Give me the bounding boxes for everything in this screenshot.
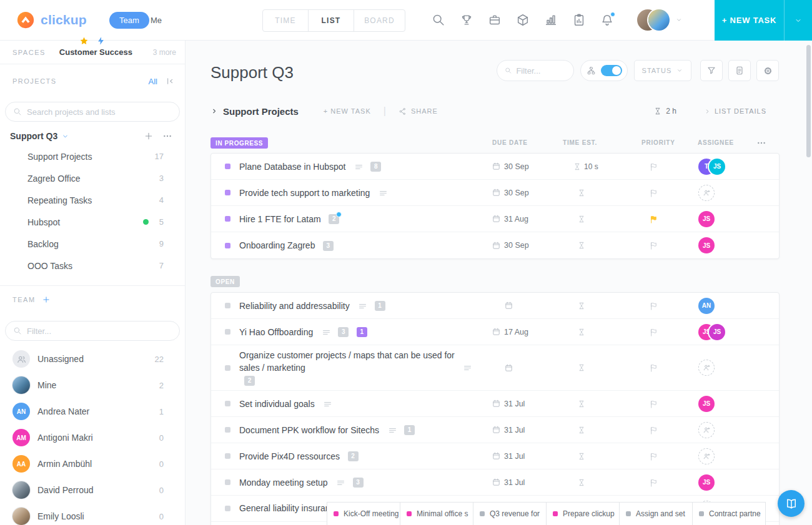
list-new-task-button[interactable]: + NEW TASK <box>324 107 371 115</box>
minimized-task-tab[interactable]: Prepare clickup <box>546 502 620 525</box>
group-by-toggle[interactable] <box>580 60 628 81</box>
task-name[interactable]: Set individual goals <box>239 399 315 409</box>
hourglass-icon[interactable] <box>577 400 586 408</box>
member-row-antigoni-makri[interactable]: AM Antigoni Makri 0 <box>0 424 185 451</box>
project-search-input[interactable] <box>27 107 172 117</box>
hourglass-icon[interactable] <box>577 189 586 197</box>
calendar-icon[interactable] <box>504 363 513 373</box>
task-status-square[interactable] <box>225 453 230 459</box>
priority-flag-icon[interactable] <box>649 452 658 461</box>
add-assignee-button[interactable] <box>698 422 715 438</box>
assignee-avatar[interactable]: AN <box>698 298 715 314</box>
priority-flag-icon[interactable] <box>649 189 658 198</box>
portfolio-briefcase-icon[interactable] <box>488 13 502 27</box>
due-date[interactable]: 31 Jul <box>504 426 525 434</box>
task-status-square[interactable] <box>225 365 230 371</box>
favorite-star-icon[interactable] <box>79 35 89 44</box>
due-date[interactable]: 31 Jul <box>504 452 525 461</box>
assignee-avatar[interactable]: JS <box>698 396 715 412</box>
tab-board[interactable]: BOARD <box>354 10 405 31</box>
due-date[interactable]: 30 Sep <box>504 241 529 250</box>
task-row[interactable]: Hire 1 FTE for Latam 2 31 Aug JS <box>211 206 779 232</box>
hourglass-icon[interactable] <box>577 452 586 461</box>
time-estimate[interactable]: 10 s <box>584 162 598 171</box>
task-status-square[interactable] <box>225 401 230 406</box>
priority-flag-icon[interactable] <box>649 426 658 435</box>
assignee-avatar[interactable]: JS <box>698 211 715 227</box>
hourglass-icon[interactable] <box>577 215 586 223</box>
column-due-date[interactable]: DUE DATE <box>492 139 563 146</box>
task-status-square[interactable] <box>225 243 230 248</box>
hourglass-icon[interactable] <box>577 478 586 487</box>
hourglass-icon[interactable] <box>577 328 586 336</box>
priority-flag-icon[interactable] <box>649 400 658 409</box>
new-task-button[interactable]: + NEW TASK <box>715 0 784 41</box>
assignee-avatar[interactable]: JS <box>709 324 725 340</box>
search-icon[interactable] <box>432 13 445 27</box>
task-row[interactable]: Provide tech support to marketing 30 Sep <box>211 180 779 206</box>
task-status-square[interactable] <box>225 479 230 485</box>
member-row-david-perroud[interactable]: David Perroud 0 <box>0 477 185 503</box>
member-filter-input[interactable] <box>27 326 172 336</box>
column-priority[interactable]: PRIORITY <box>641 139 698 146</box>
tab-time[interactable]: TIME <box>263 10 309 31</box>
due-date[interactable]: 31 Aug <box>504 215 528 223</box>
task-row[interactable]: Reliability and addressability 1 AN <box>211 293 779 319</box>
add-assignee-button[interactable] <box>698 185 715 201</box>
me-toggle-button[interactable]: Me <box>151 16 162 25</box>
task-status-square[interactable] <box>225 303 230 308</box>
task-status-square[interactable] <box>225 216 230 222</box>
assignee-avatar[interactable]: JS <box>698 474 715 491</box>
assignee-avatar[interactable]: JS <box>698 237 715 253</box>
due-date[interactable]: 17 Aug <box>504 328 528 336</box>
task-name[interactable]: Onboarding Zagreb <box>239 240 315 250</box>
task-name[interactable]: Hire 1 FTE for Latam <box>239 214 321 224</box>
task-row[interactable]: Onboarding Zagreb 3 30 Sep JS <box>211 232 779 258</box>
notifications-bell-icon[interactable] <box>600 13 614 27</box>
task-row[interactable]: Plane Database in Hubspot 8 30 Sep 10 s … <box>211 154 779 180</box>
active-space-customer-success[interactable]: Customer Success <box>59 47 132 57</box>
sidebar-item-repeating-tasks[interactable]: Repeating Tasks 4 <box>0 189 185 211</box>
clipboard-report-icon[interactable] <box>572 13 586 27</box>
toggle-switch[interactable] <box>601 65 622 76</box>
task-name[interactable]: Provide tech support to marketing <box>239 188 370 198</box>
task-name[interactable]: Document PPK workflow for Sitechs <box>239 425 379 435</box>
calendar-icon[interactable] <box>504 301 513 310</box>
add-member-icon[interactable] <box>42 295 51 304</box>
apps-cube-icon[interactable] <box>516 13 530 27</box>
task-row[interactable]: Provide Pix4D ressources 2 31 Jul <box>211 443 779 469</box>
project-group-support-q3[interactable]: Support Q3 <box>10 131 57 141</box>
task-name[interactable]: Monday meeting setup <box>239 478 328 488</box>
columns-menu-icon[interactable] <box>753 137 780 148</box>
vertical-scrollbar[interactable] <box>806 45 811 157</box>
task-status-square[interactable] <box>225 329 230 335</box>
minimized-task-tab[interactable]: Q3 revenue for <box>473 502 547 525</box>
task-status-square[interactable] <box>225 427 230 433</box>
add-project-icon[interactable] <box>144 131 154 141</box>
help-button[interactable] <box>778 490 805 517</box>
priority-flag-icon[interactable] <box>649 302 658 311</box>
priority-flag-icon-yellow[interactable] <box>649 215 658 224</box>
more-spaces-link[interactable]: 3 more <box>153 48 176 57</box>
group-status-badge-open[interactable]: OPEN <box>210 276 240 287</box>
reporting-chart-icon[interactable] <box>544 13 558 27</box>
new-task-dropdown-button[interactable] <box>784 0 812 41</box>
docs-button[interactable] <box>728 60 751 81</box>
hourglass-icon[interactable] <box>577 302 586 310</box>
hourglass-icon[interactable] <box>577 241 586 250</box>
add-assignee-button[interactable] <box>698 360 715 376</box>
sidebar-item-support-projects[interactable]: Support Projects 17 <box>0 145 185 167</box>
task-row[interactable]: Monday meeting setup 3 31 Jul JS <box>211 469 779 496</box>
sidebar-item-zagreb-office[interactable]: Zagreb Office 3 <box>0 167 185 189</box>
tab-list[interactable]: LIST <box>309 10 354 31</box>
assignee-avatar[interactable]: JS <box>709 159 725 175</box>
sidebar-item-ooo-tasks[interactable]: OOO Tasks 7 <box>0 255 185 277</box>
task-name[interactable]: Reliability and addressability <box>239 301 350 311</box>
column-time-est[interactable]: TIME EST. <box>563 139 641 146</box>
project-group-menu-icon[interactable] <box>162 131 172 141</box>
due-date[interactable]: 30 Sep <box>504 189 529 197</box>
hourglass-icon[interactable] <box>577 363 586 372</box>
task-name[interactable]: Organize customer projects / maps that c… <box>239 349 455 374</box>
minimized-task-tab[interactable]: Kick-Off meeting <box>327 502 400 525</box>
priority-flag-icon[interactable] <box>649 478 658 488</box>
